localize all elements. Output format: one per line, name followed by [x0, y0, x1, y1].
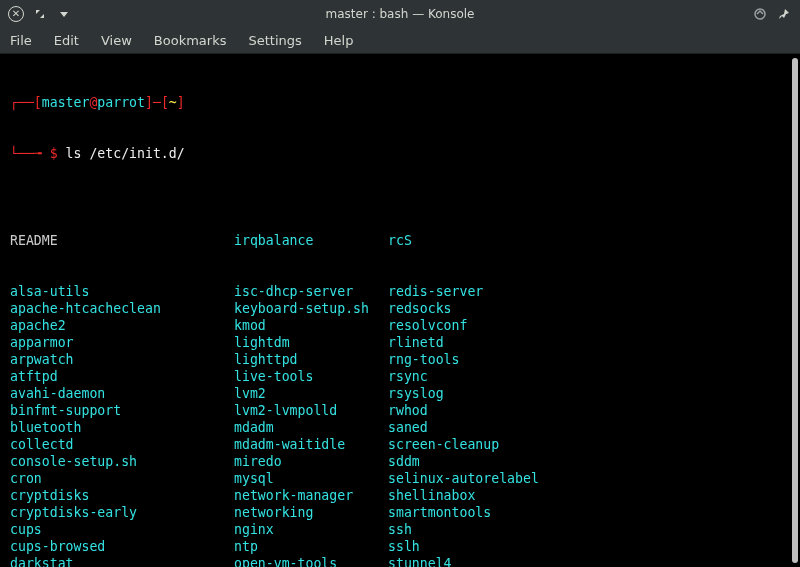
list-item: screen-cleanup [388, 436, 499, 453]
list-item: lighttpd [234, 351, 388, 368]
close-icon[interactable]: ✕ [8, 6, 24, 22]
titlebar-controls-right [752, 6, 792, 22]
list-item: stunnel4 [388, 555, 452, 567]
list-item: apache2 [10, 317, 234, 334]
list-item: redsocks [388, 300, 452, 317]
list-item: collectd [10, 436, 234, 453]
menu-bookmarks[interactable]: Bookmarks [154, 33, 227, 48]
prompt-host: parrot [97, 95, 145, 110]
window-title: master : bash — Konsole [326, 7, 475, 21]
list-item: lvm2 [234, 385, 388, 402]
list-item: bluetooth [10, 419, 234, 436]
list-row: avahi-daemonlvm2rsyslog [10, 385, 794, 402]
list-item: apache-htcacheclean [10, 300, 234, 317]
list-row: bluetoothmdadmsaned [10, 419, 794, 436]
list-item: smartmontools [388, 504, 491, 521]
list-item: redis-server [388, 283, 483, 300]
terminal-content: ┌──[master@parrot]─[~] └──╼ $ ls /etc/in… [6, 60, 794, 567]
titlebar-controls-left: ✕ [8, 6, 72, 22]
list-item: cron [10, 470, 234, 487]
list-item: cups [10, 521, 234, 538]
list-item: rlinetd [388, 334, 444, 351]
prompt-line-1: ┌──[master@parrot]─[~] [10, 94, 794, 111]
list-item: mdadm-waitidle [234, 436, 388, 453]
list-row: alsa-utilsisc-dhcp-serverredis-server [10, 283, 794, 300]
list-row: cronmysqlselinux-autorelabel [10, 470, 794, 487]
terminal-area[interactable]: ┌──[master@parrot]─[~] └──╼ $ ls /etc/in… [0, 54, 800, 567]
list-item: network-manager [234, 487, 388, 504]
list-item: ssh [388, 521, 412, 538]
list-item: cups-browsed [10, 538, 234, 555]
list-item: lightdm [234, 334, 388, 351]
prompt-line-2: └──╼ $ ls /etc/init.d/ [10, 145, 794, 162]
list-item: rwhod [388, 402, 428, 419]
list-item: saned [388, 419, 428, 436]
list-row: arpwatchlighttpdrng-tools [10, 351, 794, 368]
list-row: console-setup.shmiredosddm [10, 453, 794, 470]
prompt-bracket: ┌──[ [10, 95, 42, 110]
list-row: cups-browsedntpsslh [10, 538, 794, 555]
list-item: shellinabox [388, 487, 475, 504]
list-item: keyboard-setup.sh [234, 300, 388, 317]
pin-icon[interactable] [776, 6, 792, 22]
list-item: sslh [388, 538, 420, 555]
prompt-dollar: $ [50, 146, 58, 161]
list-item: lvm2-lvmpolld [234, 402, 388, 419]
list-item: arpwatch [10, 351, 234, 368]
list-item: isc-dhcp-server [234, 283, 388, 300]
menubar: File Edit View Bookmarks Settings Help [0, 28, 800, 54]
list-item: console-setup.sh [10, 453, 234, 470]
titlebar: ✕ master : bash — Konsole [0, 0, 800, 28]
menu-file[interactable]: File [10, 33, 32, 48]
list-item: selinux-autorelabel [388, 470, 539, 487]
list-item: resolvconf [388, 317, 467, 334]
menu-help[interactable]: Help [324, 33, 354, 48]
prompt-user: master [42, 95, 90, 110]
list-item: rcS [388, 232, 412, 249]
list-item: open-vm-tools [234, 555, 388, 567]
list-item: rsyslog [388, 385, 444, 402]
list-row: binfmt-supportlvm2-lvmpolldrwhod [10, 402, 794, 419]
list-item: cryptdisks [10, 487, 234, 504]
list-item: README [10, 232, 234, 249]
menu-edit[interactable]: Edit [54, 33, 79, 48]
keep-above-icon[interactable] [752, 6, 768, 22]
prompt-bracket: ] [177, 95, 185, 110]
minimize-icon[interactable] [56, 6, 72, 22]
list-item: irqbalance [234, 232, 388, 249]
list-item: atftpd [10, 368, 234, 385]
list-item: darkstat [10, 555, 234, 567]
list-item: avahi-daemon [10, 385, 234, 402]
list-item: mdadm [234, 419, 388, 436]
list-row: apparmorlightdmrlinetd [10, 334, 794, 351]
list-row: atftpdlive-toolsrsync [10, 368, 794, 385]
list-row: READMEirqbalancercS [10, 232, 794, 249]
list-item: ntp [234, 538, 388, 555]
menu-settings[interactable]: Settings [248, 33, 301, 48]
list-item: rsync [388, 368, 428, 385]
list-row: apache-htcachecleankeyboard-setup.shreds… [10, 300, 794, 317]
list-item: apparmor [10, 334, 234, 351]
list-row: cryptdisks-earlynetworkingsmartmontools [10, 504, 794, 521]
list-item: kmod [234, 317, 388, 334]
scrollbar[interactable] [792, 58, 798, 563]
list-item: cryptdisks-early [10, 504, 234, 521]
list-item: miredo [234, 453, 388, 470]
list-item: networking [234, 504, 388, 521]
ls-output: READMEirqbalancercS alsa-utilsisc-dhcp-s… [10, 198, 794, 567]
list-row: apache2kmodresolvconf [10, 317, 794, 334]
list-item: sddm [388, 453, 420, 470]
list-item: mysql [234, 470, 388, 487]
list-row: cryptdisksnetwork-managershellinabox [10, 487, 794, 504]
maximize-icon[interactable] [32, 6, 48, 22]
menu-view[interactable]: View [101, 33, 132, 48]
prompt-arrow: └──╼ [10, 146, 50, 161]
list-row: cupsnginxssh [10, 521, 794, 538]
list-item: alsa-utils [10, 283, 234, 300]
list-item: nginx [234, 521, 388, 538]
prompt-bracket: ]─[ [145, 95, 169, 110]
prompt-command: ls /etc/init.d/ [58, 146, 185, 161]
list-row: collectdmdadm-waitidlescreen-cleanup [10, 436, 794, 453]
prompt-cwd: ~ [169, 95, 177, 110]
list-item: binfmt-support [10, 402, 234, 419]
